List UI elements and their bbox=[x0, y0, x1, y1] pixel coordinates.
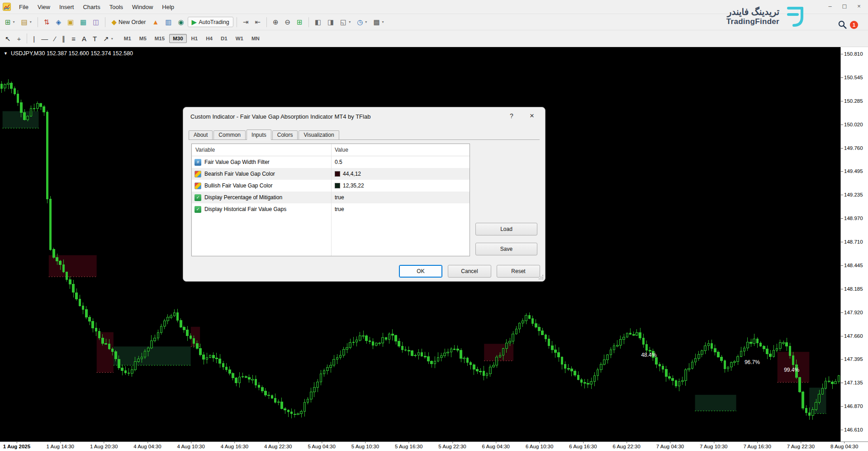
table-row[interactable]: ✓Display Historical Fair Value Gapstrue bbox=[192, 203, 470, 215]
close-button[interactable]: × bbox=[855, 3, 863, 10]
channel-icon: ∥ bbox=[62, 35, 66, 42]
time-scale-label: 6 Aug 10:30 bbox=[526, 444, 553, 449]
notification-badge[interactable]: 1 bbox=[850, 21, 858, 29]
value-cell[interactable]: true bbox=[331, 194, 470, 201]
tile-windows-button[interactable]: ⊞ bbox=[294, 17, 305, 27]
time-scale-label: 7 Aug 04:30 bbox=[656, 444, 684, 449]
auto-scroll-button[interactable]: ⇥ bbox=[240, 17, 251, 27]
timeframe-m15-button[interactable]: M15 bbox=[151, 34, 168, 43]
webterminal-button[interactable]: ◉ bbox=[175, 17, 187, 27]
tab-common[interactable]: Common bbox=[213, 130, 246, 139]
indicator-properties-dialog: Custom Indicator - Fair Value Gap Absorp… bbox=[183, 107, 545, 282]
chart-shift-button[interactable]: ⇤ bbox=[252, 17, 263, 27]
dock-right-button[interactable]: ◨ bbox=[325, 17, 337, 27]
vertical-line-button[interactable]: | bbox=[30, 34, 38, 44]
chevron-down-icon: ▾ bbox=[365, 20, 367, 24]
time-scale-label: 5 Aug 16:30 bbox=[395, 444, 422, 449]
trendline-button[interactable]: ∕ bbox=[52, 34, 58, 44]
menu-window[interactable]: Window bbox=[128, 2, 157, 12]
timeframe-w1-button[interactable]: W1 bbox=[232, 34, 247, 43]
text-icon: A bbox=[82, 35, 86, 42]
maximize-button[interactable]: ◻ bbox=[841, 3, 848, 10]
close-icon[interactable]: × bbox=[527, 111, 537, 120]
autotrading-icon: ▶ bbox=[192, 19, 197, 25]
reset-button[interactable]: Reset bbox=[497, 265, 540, 278]
timeframe-d1-button[interactable]: D1 bbox=[217, 34, 231, 43]
crosshair-button[interactable]: + bbox=[14, 34, 24, 44]
terminal-icon: ▦ bbox=[80, 19, 86, 25]
svg-text:96.7%: 96.7% bbox=[745, 359, 760, 365]
metaeditor-icon: ▲ bbox=[152, 19, 159, 25]
channel-button[interactable]: ∥ bbox=[59, 34, 68, 44]
new-window-button[interactable]: ◱▾ bbox=[337, 17, 353, 27]
ok-button[interactable]: OK bbox=[399, 265, 442, 278]
template-button[interactable]: ▩▾ bbox=[370, 17, 386, 27]
data-window-button[interactable]: ▣ bbox=[65, 17, 76, 27]
time-scale-label: 4 Aug 16:30 bbox=[221, 444, 248, 449]
dock-left-button[interactable]: ◧ bbox=[312, 17, 324, 27]
value-text: true bbox=[335, 206, 344, 212]
value-text: true bbox=[335, 194, 344, 201]
value-cell[interactable]: 0.5 bbox=[331, 159, 470, 165]
value-cell[interactable]: true bbox=[331, 206, 470, 212]
inputs-table: Variable Value #Fair Value Gap Width Fil… bbox=[191, 144, 470, 256]
color-input-icon bbox=[194, 182, 201, 189]
value-cell[interactable]: 12,35,22 bbox=[331, 182, 470, 189]
timeframe-h4-button[interactable]: H4 bbox=[202, 34, 216, 43]
profiles-button[interactable]: ▤▾ bbox=[19, 17, 34, 27]
menu-view[interactable]: View bbox=[33, 2, 55, 12]
timeframe-h1-button[interactable]: H1 bbox=[188, 34, 202, 43]
time-scale[interactable]: 1 Aug 20251 Aug 14:301 Aug 20:304 Aug 04… bbox=[0, 441, 868, 451]
menu-help[interactable]: Help bbox=[157, 2, 179, 12]
menu-charts[interactable]: Charts bbox=[78, 2, 104, 12]
market-watch-button[interactable]: ⇅ bbox=[41, 17, 52, 27]
autotrading-button[interactable]: ▶AutoTrading bbox=[188, 17, 233, 27]
menu-file[interactable]: File bbox=[14, 2, 33, 12]
menu-tools[interactable]: Tools bbox=[105, 2, 128, 12]
search-icon[interactable] bbox=[838, 20, 847, 31]
table-row[interactable]: Bearish Fair Value Gap Color44,4,12 bbox=[192, 168, 470, 180]
table-row[interactable]: Bullish Fair Value Gap Color12,35,22 bbox=[192, 180, 470, 192]
minimize-button[interactable]: – bbox=[826, 3, 834, 10]
zoom-in-button[interactable]: ⊕ bbox=[270, 17, 281, 27]
price-scale-label: 149.235 bbox=[844, 192, 863, 197]
terminal-button[interactable]: ▦ bbox=[77, 17, 89, 27]
new-chart-button[interactable]: ⊞▾ bbox=[2, 17, 18, 27]
value-cell[interactable]: 44,4,12 bbox=[331, 171, 470, 177]
tab-inputs[interactable]: Inputs bbox=[247, 130, 271, 140]
timeframe-m30-button[interactable]: M30 bbox=[169, 34, 186, 43]
new-order-button-label: New Order bbox=[119, 19, 146, 25]
strategy-tester-button[interactable]: ◫ bbox=[90, 17, 102, 27]
cursor-button[interactable]: ↖ bbox=[2, 34, 14, 44]
navigator-button[interactable]: ◈ bbox=[53, 17, 64, 27]
fibonacci-button[interactable]: ≡ bbox=[69, 34, 78, 44]
horizontal-line-button[interactable]: — bbox=[38, 34, 51, 44]
timeframe-m1-button[interactable]: M1 bbox=[120, 34, 135, 43]
tab-about[interactable]: About bbox=[189, 130, 213, 139]
tab-colors[interactable]: Colors bbox=[272, 130, 298, 139]
text-button[interactable]: A bbox=[79, 34, 89, 44]
print-button[interactable]: ▥ bbox=[162, 17, 174, 27]
cancel-button[interactable]: Cancel bbox=[448, 265, 491, 278]
load-button[interactable]: Load bbox=[475, 223, 537, 235]
menu-insert[interactable]: Insert bbox=[55, 2, 79, 12]
timeframe-mn-button[interactable]: MN bbox=[248, 34, 263, 43]
tab-visualization[interactable]: Visualization bbox=[299, 130, 339, 139]
webterminal-icon: ◉ bbox=[178, 19, 184, 25]
shapes-button[interactable]: ↗▾ bbox=[100, 34, 116, 44]
help-icon[interactable]: ? bbox=[507, 112, 516, 120]
save-button[interactable]: Save bbox=[475, 243, 537, 255]
table-row[interactable]: ✓Display Percentage of Mitigationtrue bbox=[192, 192, 470, 203]
table-row[interactable]: #Fair Value Gap Width Filter0.5 bbox=[192, 156, 470, 168]
clock-button[interactable]: ◷▾ bbox=[354, 17, 370, 27]
market-watch-icon: ⇅ bbox=[44, 19, 50, 25]
timeframe-m5-button[interactable]: M5 bbox=[136, 34, 150, 43]
price-scale[interactable]: 150.810150.545150.285150.020149.760149.4… bbox=[840, 47, 868, 441]
metaeditor-button[interactable]: ▲ bbox=[149, 17, 161, 27]
new-order-button[interactable]: ◆New Order bbox=[109, 17, 148, 27]
label-button[interactable]: T bbox=[90, 34, 100, 44]
fibonacci-icon: ≡ bbox=[71, 35, 76, 42]
zoom-out-button[interactable]: ⊖ bbox=[282, 17, 294, 27]
symbol-dropdown-icon[interactable]: ▼ bbox=[4, 51, 8, 56]
price-scale-label: 150.020 bbox=[844, 122, 863, 127]
